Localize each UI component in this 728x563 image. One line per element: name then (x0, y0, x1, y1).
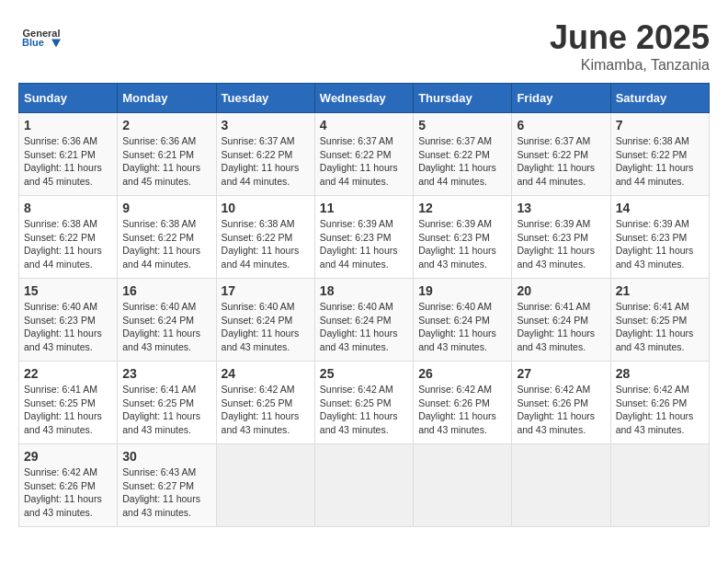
calendar-week-5: 29 Sunrise: 6:42 AM Sunset: 6:26 PM Dayl… (19, 444, 710, 527)
cell-info: Sunrise: 6:43 AM Sunset: 6:27 PM Dayligh… (122, 465, 210, 520)
calendar-cell: 10 Sunrise: 6:38 AM Sunset: 6:22 PM Dayl… (216, 196, 314, 279)
calendar-cell: 7 Sunrise: 6:38 AM Sunset: 6:22 PM Dayli… (610, 113, 709, 196)
day-number: 27 (517, 366, 605, 381)
title-block: June 2025 Kimamba, Tanzania (550, 18, 710, 74)
cell-info: Sunrise: 6:41 AM Sunset: 6:25 PM Dayligh… (24, 383, 112, 437)
svg-text:Blue: Blue (22, 37, 44, 48)
calendar-cell: 8 Sunrise: 6:38 AM Sunset: 6:22 PM Dayli… (19, 196, 118, 279)
calendar-cell: 30 Sunrise: 6:43 AM Sunset: 6:27 PM Dayl… (118, 444, 216, 527)
column-header-wednesday: Wednesday (314, 84, 413, 113)
column-header-saturday: Saturday (610, 84, 709, 113)
day-number: 30 (122, 449, 210, 464)
day-number: 4 (320, 118, 408, 132)
calendar-cell: 24 Sunrise: 6:42 AM Sunset: 6:25 PM Dayl… (216, 362, 314, 444)
cell-info: Sunrise: 6:40 AM Sunset: 6:24 PM Dayligh… (222, 300, 310, 354)
calendar-cell: 16 Sunrise: 6:40 AM Sunset: 6:24 PM Dayl… (118, 279, 216, 362)
day-number: 21 (616, 283, 704, 298)
calendar-cell: 4 Sunrise: 6:37 AM Sunset: 6:22 PM Dayli… (314, 113, 413, 196)
calendar-cell (610, 444, 709, 527)
day-number: 2 (122, 118, 210, 132)
location-subtitle: Kimamba, Tanzania (550, 57, 710, 74)
calendar-cell: 22 Sunrise: 6:41 AM Sunset: 6:25 PM Dayl… (19, 362, 118, 444)
column-header-thursday: Thursday (414, 84, 512, 113)
cell-info: Sunrise: 6:42 AM Sunset: 6:25 PM Dayligh… (320, 383, 408, 437)
day-number: 24 (222, 366, 310, 381)
calendar-cell (314, 444, 413, 527)
cell-info: Sunrise: 6:42 AM Sunset: 6:26 PM Dayligh… (24, 465, 112, 520)
calendar-cell: 14 Sunrise: 6:39 AM Sunset: 6:23 PM Dayl… (610, 196, 709, 279)
cell-info: Sunrise: 6:38 AM Sunset: 6:22 PM Dayligh… (616, 134, 704, 189)
calendar-table: SundayMondayTuesdayWednesdayThursdayFrid… (18, 83, 710, 527)
day-number: 28 (616, 366, 704, 381)
calendar-cell: 18 Sunrise: 6:40 AM Sunset: 6:24 PM Dayl… (314, 279, 413, 362)
day-number: 3 (222, 118, 310, 132)
calendar-cell: 5 Sunrise: 6:37 AM Sunset: 6:22 PM Dayli… (414, 113, 512, 196)
day-number: 22 (24, 366, 112, 381)
day-number: 18 (320, 283, 408, 298)
day-number: 13 (517, 201, 605, 215)
logo: General Blue (18, 18, 64, 60)
calendar-cell: 3 Sunrise: 6:37 AM Sunset: 6:22 PM Dayli… (216, 113, 314, 196)
calendar-header-row: SundayMondayTuesdayWednesdayThursdayFrid… (19, 84, 710, 113)
cell-info: Sunrise: 6:37 AM Sunset: 6:22 PM Dayligh… (222, 134, 310, 189)
cell-info: Sunrise: 6:42 AM Sunset: 6:26 PM Dayligh… (517, 383, 605, 437)
column-header-friday: Friday (512, 84, 610, 113)
calendar-cell: 12 Sunrise: 6:39 AM Sunset: 6:23 PM Dayl… (414, 196, 512, 279)
column-header-monday: Monday (118, 84, 216, 113)
calendar-week-1: 1 Sunrise: 6:36 AM Sunset: 6:21 PM Dayli… (19, 113, 710, 196)
calendar-cell (414, 444, 512, 527)
calendar-cell: 21 Sunrise: 6:41 AM Sunset: 6:25 PM Dayl… (610, 279, 709, 362)
cell-info: Sunrise: 6:37 AM Sunset: 6:22 PM Dayligh… (320, 134, 408, 189)
calendar-cell: 23 Sunrise: 6:41 AM Sunset: 6:25 PM Dayl… (118, 362, 216, 444)
day-number: 15 (24, 283, 112, 298)
cell-info: Sunrise: 6:36 AM Sunset: 6:21 PM Dayligh… (24, 134, 112, 189)
cell-info: Sunrise: 6:38 AM Sunset: 6:22 PM Dayligh… (122, 217, 210, 271)
cell-info: Sunrise: 6:42 AM Sunset: 6:26 PM Dayligh… (418, 383, 506, 437)
cell-info: Sunrise: 6:40 AM Sunset: 6:24 PM Dayligh… (418, 300, 506, 354)
day-number: 26 (418, 366, 506, 381)
calendar-cell: 13 Sunrise: 6:39 AM Sunset: 6:23 PM Dayl… (512, 196, 610, 279)
calendar-cell: 17 Sunrise: 6:40 AM Sunset: 6:24 PM Dayl… (216, 279, 314, 362)
day-number: 16 (122, 283, 210, 298)
day-number: 6 (517, 118, 605, 132)
calendar-cell (216, 444, 314, 527)
calendar-cell (512, 444, 610, 527)
cell-info: Sunrise: 6:39 AM Sunset: 6:23 PM Dayligh… (320, 217, 408, 271)
day-number: 5 (418, 118, 506, 132)
calendar-week-4: 22 Sunrise: 6:41 AM Sunset: 6:25 PM Dayl… (19, 362, 710, 444)
day-number: 29 (24, 449, 112, 464)
day-number: 12 (418, 201, 506, 215)
day-number: 23 (122, 366, 210, 381)
calendar-cell: 25 Sunrise: 6:42 AM Sunset: 6:25 PM Dayl… (314, 362, 413, 444)
cell-info: Sunrise: 6:42 AM Sunset: 6:26 PM Dayligh… (616, 383, 704, 437)
column-header-sunday: Sunday (19, 84, 118, 113)
day-number: 9 (122, 201, 210, 215)
day-number: 17 (222, 283, 310, 298)
calendar-week-2: 8 Sunrise: 6:38 AM Sunset: 6:22 PM Dayli… (19, 196, 710, 279)
calendar-cell: 29 Sunrise: 6:42 AM Sunset: 6:26 PM Dayl… (19, 444, 118, 527)
calendar-cell: 20 Sunrise: 6:41 AM Sunset: 6:24 PM Dayl… (512, 279, 610, 362)
cell-info: Sunrise: 6:41 AM Sunset: 6:25 PM Dayligh… (122, 383, 210, 437)
calendar-cell: 1 Sunrise: 6:36 AM Sunset: 6:21 PM Dayli… (19, 113, 118, 196)
svg-marker-2 (51, 40, 61, 48)
day-number: 14 (616, 201, 704, 215)
cell-info: Sunrise: 6:37 AM Sunset: 6:22 PM Dayligh… (418, 134, 506, 189)
cell-info: Sunrise: 6:37 AM Sunset: 6:22 PM Dayligh… (517, 134, 605, 189)
day-number: 1 (24, 118, 112, 132)
calendar-cell: 9 Sunrise: 6:38 AM Sunset: 6:22 PM Dayli… (118, 196, 216, 279)
day-number: 8 (24, 201, 112, 215)
cell-info: Sunrise: 6:40 AM Sunset: 6:23 PM Dayligh… (24, 300, 112, 354)
calendar-cell: 19 Sunrise: 6:40 AM Sunset: 6:24 PM Dayl… (414, 279, 512, 362)
cell-info: Sunrise: 6:38 AM Sunset: 6:22 PM Dayligh… (24, 217, 112, 271)
cell-info: Sunrise: 6:41 AM Sunset: 6:24 PM Dayligh… (517, 300, 605, 354)
day-number: 10 (222, 201, 310, 215)
calendar-cell: 11 Sunrise: 6:39 AM Sunset: 6:23 PM Dayl… (314, 196, 413, 279)
cell-info: Sunrise: 6:38 AM Sunset: 6:22 PM Dayligh… (222, 217, 310, 271)
day-number: 20 (517, 283, 605, 298)
calendar-cell: 27 Sunrise: 6:42 AM Sunset: 6:26 PM Dayl… (512, 362, 610, 444)
calendar-cell: 28 Sunrise: 6:42 AM Sunset: 6:26 PM Dayl… (610, 362, 709, 444)
cell-info: Sunrise: 6:39 AM Sunset: 6:23 PM Dayligh… (517, 217, 605, 271)
calendar-cell: 6 Sunrise: 6:37 AM Sunset: 6:22 PM Dayli… (512, 113, 610, 196)
calendar-cell: 15 Sunrise: 6:40 AM Sunset: 6:23 PM Dayl… (19, 279, 118, 362)
day-number: 25 (320, 366, 408, 381)
